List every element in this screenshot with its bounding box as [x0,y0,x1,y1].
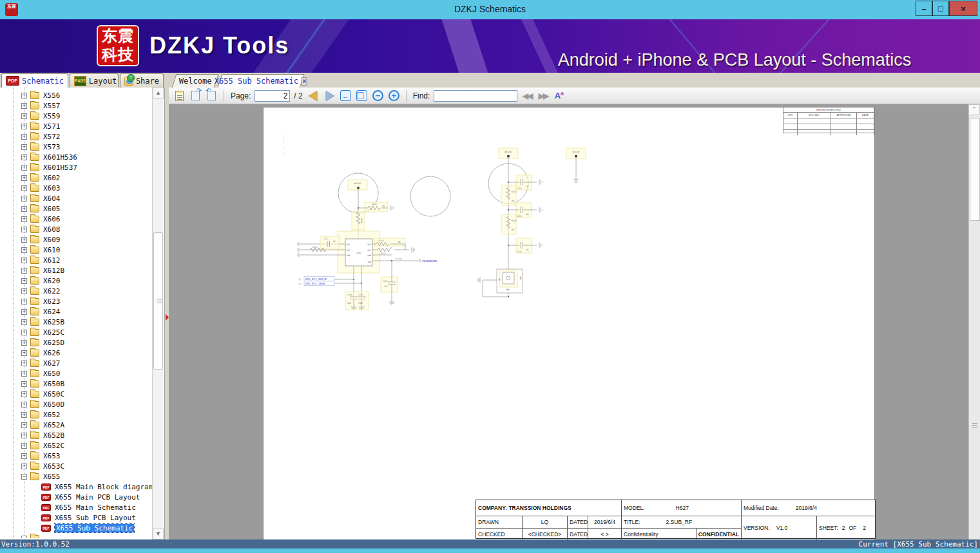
tree-folder-x604[interactable]: +X604 [0,193,152,203]
tree-doc-x655-sub-pcb-layout[interactable]: PDFX655 Sub PCB Layout [0,512,152,523]
tree-folder-x625b[interactable]: +X625B [0,317,152,327]
expand-toggle-icon[interactable]: + [21,144,27,150]
tree-folder-x652[interactable]: +X652 [0,409,152,420]
rotate-cw-button[interactable] [189,89,202,102]
zoom-in-button[interactable]: + [387,89,401,102]
expand-toggle-icon[interactable]: + [21,340,27,346]
scroll-up-icon[interactable]: ▲ [153,88,164,98]
expand-toggle-icon[interactable]: + [21,464,27,469]
tree-doc-x655-main-pcb-layout[interactable]: PDFX655 Main PCB Layout [0,492,152,502]
expand-toggle-icon[interactable]: + [21,268,27,274]
prev-page-button[interactable] [307,89,320,102]
tree-folder-x650b[interactable]: +X650B [0,379,152,389]
tree-folder-x650c[interactable]: +X650C [0,389,152,399]
find-input[interactable] [434,90,517,102]
expand-toggle-icon[interactable]: + [21,247,27,253]
tree-folder-x627[interactable]: +X627 [0,358,152,368]
tree-folder-x608[interactable]: +X608 [0,224,152,234]
tree-folder-x653c[interactable]: +X653C [0,461,152,471]
expand-toggle-icon[interactable]: + [21,124,27,129]
expand-toggle-icon[interactable]: + [21,309,27,315]
tree-folder-x573[interactable]: +X573 [0,142,152,152]
page-number-input[interactable] [255,90,290,102]
tree-folder-x602[interactable]: +X602 [0,173,152,183]
expand-toggle-icon[interactable]: + [21,103,27,109]
tree-folder-x571[interactable]: +X571 [0,121,152,131]
tree-folder-x624[interactable]: +X624 [0,306,152,317]
tree-folder-x622[interactable]: +X622 [0,286,152,296]
tree-folder-x610[interactable]: +X610 [0,245,152,255]
expand-toggle-icon[interactable]: + [21,433,27,438]
match-case-button[interactable]: Aa [552,89,566,102]
tree-folder-x653[interactable]: +X653 [0,451,152,461]
tree-folder-x650d[interactable]: +X650D [0,399,152,409]
doc-tab-welcome[interactable]: Welcome [172,74,219,88]
expand-toggle-icon[interactable]: + [21,155,27,160]
tree-folder-x623[interactable]: +X623 [0,296,152,306]
tree-folder-x606[interactable]: +X606 [0,214,152,224]
next-page-button[interactable] [323,89,336,102]
tree-folder-x650[interactable]: +X650 [0,368,152,379]
viewer-scrollbar-thumb[interactable] [970,118,980,221]
tree-folder-x620[interactable]: +X620 [0,276,152,286]
expand-toggle-icon[interactable]: + [21,134,27,140]
tree-doc-x655-main-block-diagram[interactable]: PDFX655 Main Block diagram [0,482,152,492]
tree-folder-x625c[interactable]: +X625C [0,327,152,337]
tree-folder-x625d[interactable]: +X625D [0,337,152,348]
tree-folder-x655[interactable]: −X655 [0,471,152,482]
close-button[interactable]: × [949,1,977,16]
expand-toggle-icon[interactable]: + [21,402,27,408]
tree-folder-x609[interactable]: +X609 [0,234,152,245]
viewer-scrollbar[interactable]: ⌃ [968,104,980,539]
expand-toggle-icon[interactable]: + [21,278,27,284]
tree-folder-x652a[interactable]: +X652A [0,420,152,430]
tab-schematic[interactable]: PDF Schematic [1,73,68,88]
tree-folder-x612[interactable]: +X612 [0,255,152,265]
expand-toggle-icon[interactable]: + [21,422,27,428]
expand-toggle-icon[interactable]: + [21,227,27,232]
expand-toggle-icon[interactable]: + [21,350,27,356]
tree-scrollbar[interactable]: ▲ ▼ [152,88,163,539]
tree-doc-x655-sub-schematic[interactable]: PDFX655 Sub Schematic [0,523,152,533]
expand-toggle-icon[interactable]: + [21,113,27,119]
fit-page-button[interactable]: ⃞ [355,89,369,102]
tab-share[interactable]: Share [120,73,164,88]
maximize-button[interactable]: □ [932,1,949,16]
expand-toggle-icon[interactable]: + [21,319,27,325]
expand-toggle-icon[interactable]: + [21,299,27,305]
tree-folder-partial[interactable] [0,533,152,538]
zoom-out-button[interactable]: − [371,89,385,102]
tree-doc-x655-main-schematic[interactable]: PDFX655 Main Schematic [0,502,152,512]
tree-folder-x612b[interactable]: +X612B [0,265,152,276]
expand-toggle-icon[interactable]: + [21,175,27,181]
expand-toggle-icon[interactable]: + [21,185,27,191]
tree-folder-x601h536[interactable]: +X601H536 [0,152,152,162]
expand-toggle-icon[interactable]: + [21,371,27,377]
tree-folder-x603[interactable]: +X603 [0,183,152,193]
folder-tree[interactable]: +X556+X557+X559+X571+X572+X573+X601H536+… [0,90,152,538]
scroll-down-icon[interactable]: ▼ [153,529,164,539]
find-next-button[interactable]: ▶▶ [536,89,550,102]
fit-width-button[interactable]: ↔ [339,89,352,102]
tree-folder-x556[interactable]: +X556 [0,90,152,100]
expand-toggle-icon[interactable]: + [21,165,27,171]
expand-toggle-icon[interactable]: + [21,361,27,366]
minimize-button[interactable]: – [916,1,932,16]
tree-folder-x652b[interactable]: +X652B [0,430,152,440]
expand-toggle-icon[interactable]: + [21,93,27,98]
expand-toggle-icon[interactable]: + [21,330,27,335]
expand-toggle-icon[interactable]: + [21,237,27,243]
expand-toggle-icon[interactable]: + [21,258,27,263]
scroll-up-icon[interactable]: ⌃ [968,104,980,115]
expand-toggle-icon[interactable]: + [21,412,27,418]
expand-toggle-icon[interactable]: + [21,206,27,212]
doc-tab-close-icon[interactable]: × [302,77,307,86]
collapse-toggle-icon[interactable]: − [21,474,27,480]
expand-toggle-icon[interactable]: + [21,196,27,202]
expand-toggle-icon[interactable]: + [21,391,27,397]
tree-scrollbar-thumb[interactable] [153,232,163,370]
tree-folder-x572[interactable]: +X572 [0,131,152,142]
doc-tab-current[interactable]: X655 Sub Schematic × [218,74,305,88]
tree-folder-x557[interactable]: +X557 [0,100,152,111]
tree-folder-x605[interactable]: +X605 [0,203,152,214]
